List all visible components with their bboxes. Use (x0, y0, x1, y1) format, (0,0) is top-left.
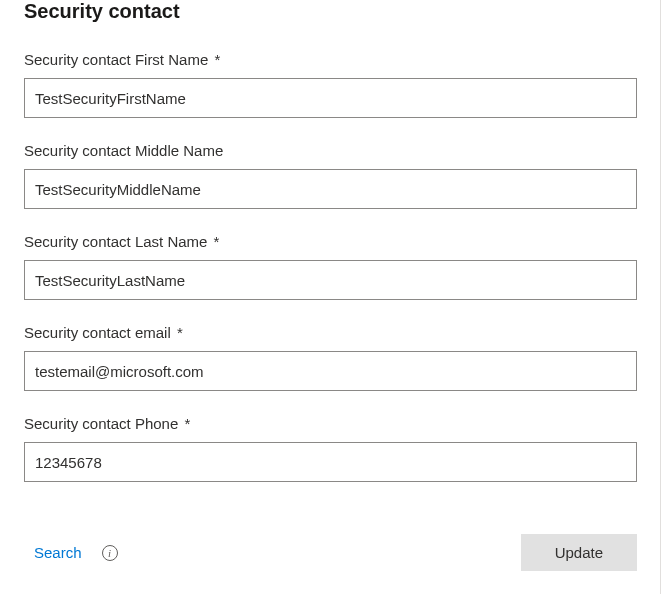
last-name-input[interactable] (24, 260, 637, 300)
required-indicator: * (214, 233, 220, 250)
email-label: Security contact email * (24, 324, 637, 341)
field-phone: Security contact Phone * (24, 415, 637, 482)
field-last-name: Security contact Last Name * (24, 233, 637, 300)
required-indicator: * (214, 51, 220, 68)
required-indicator: * (184, 415, 190, 432)
phone-label: Security contact Phone * (24, 415, 637, 432)
section-title: Security contact (24, 0, 637, 23)
field-email: Security contact email * (24, 324, 637, 391)
last-name-label: Security contact Last Name * (24, 233, 637, 250)
search-link[interactable]: Search (34, 544, 82, 561)
first-name-label-text: Security contact First Name (24, 51, 208, 68)
middle-name-label: Security contact Middle Name (24, 142, 637, 159)
email-label-text: Security contact email (24, 324, 171, 341)
middle-name-label-text: Security contact Middle Name (24, 142, 223, 159)
form-footer: Search i Update (24, 506, 637, 571)
required-indicator: * (177, 324, 183, 341)
middle-name-input[interactable] (24, 169, 637, 209)
email-input[interactable] (24, 351, 637, 391)
last-name-label-text: Security contact Last Name (24, 233, 207, 250)
field-middle-name: Security contact Middle Name (24, 142, 637, 209)
field-first-name: Security contact First Name * (24, 51, 637, 118)
phone-input[interactable] (24, 442, 637, 482)
footer-left: Search i (24, 544, 118, 561)
phone-label-text: Security contact Phone (24, 415, 178, 432)
update-button[interactable]: Update (521, 534, 637, 571)
info-icon[interactable]: i (102, 545, 118, 561)
first-name-input[interactable] (24, 78, 637, 118)
first-name-label: Security contact First Name * (24, 51, 637, 68)
